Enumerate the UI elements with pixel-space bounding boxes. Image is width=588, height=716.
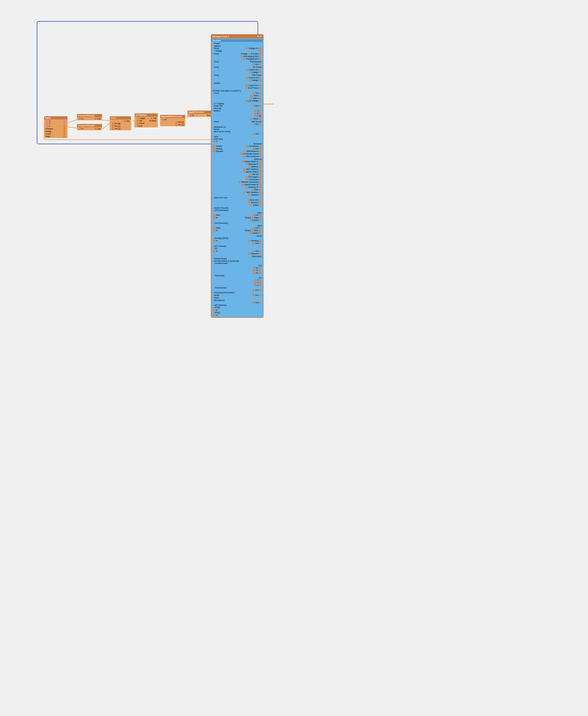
split1-row-y: Y [45,122,67,125]
framesync-reset-row: ♩ Reset Out [212,294,262,296]
rtc-lowvolt-row: Low Voltage [212,100,262,102]
voltage-row2: Voltage [212,49,262,52]
espnow-completed-port2 [259,145,261,147]
eth-subnet2-port2 [259,184,261,186]
cr2-out-port [94,128,97,130]
yg-row: YG [212,269,262,272]
spi1-in-row: In [212,314,262,316]
and1-pin2: Pin [2] [110,127,130,130]
m5stack-core2-node: M5 Stack Core 2 ✎ ✕ Modules ● Power ● Ba… [211,34,264,318]
power-label: Power [214,42,220,44]
i2c-out-port [252,250,255,252]
completed-label: Completed [249,145,258,147]
port-empty-out [63,130,65,132]
hall-out-port [252,123,255,125]
modules-section: Modules [212,39,262,42]
comparerange2-body: InOut [77,127,102,130]
i2s1-data-row: Data Out [212,227,262,229]
i2s0-data-row: Data Out [212,214,262,216]
port-y [46,123,48,125]
remote-connected-label: Remote Connected [241,181,258,183]
audio-section: ● Audio Channels ▶ I2SChannels[0] Input … [212,207,262,222]
usb-voltage-port [249,79,251,82]
ff-set-port [136,120,139,122]
i2c-req-port [248,252,250,255]
ble-out-port [252,133,255,135]
z-row: Z [212,284,262,286]
battery-section: ● Battery ♩ Clock Voltage (V) Voltage [212,45,262,52]
battery-row: ● Battery [212,45,262,47]
i2s0-data2-port2 [259,217,261,219]
shortpress-port [245,87,247,89]
serial0-header-row: ▶ Serial[0] [9600] [212,237,262,240]
cr1-out-port [94,118,97,120]
voltage-port2 [259,47,261,49]
ff-out-port [150,117,153,119]
acpower-section: ♩ Clock AC Power Current (A) Voltage [212,66,262,74]
i2s1-section: ▶ I2SChannels[1] Input Data Out [212,222,262,234]
eth-mac2-port [243,191,246,193]
btn-b-row: B [212,112,262,115]
serial-sending-port [248,240,250,242]
eth-remote-port [238,181,241,183]
eth-mac2-port2 [259,191,261,193]
spi-in-port [213,309,215,311]
eth-subnet2-port [241,184,244,186]
rtc-timer-port [250,95,253,97]
display-section: ● F.T Display ♩ Draw Text Out Fill Color… [212,102,262,117]
digitaltocolor1-node: DigitalToColor1 InOut_ [187,110,212,117]
ac-voltage-row: Voltage [212,71,262,74]
audio-header-row: ● Audio Channels [212,207,262,209]
comparerange1-body: InOut [77,117,102,120]
eth-subnet-port [241,161,244,163]
thermo-out-port2 [259,63,261,65]
i2s1-data-port [213,227,215,229]
rtc-timer-row: Timer [212,94,262,97]
thermo2-header-row: Thermometer [212,286,262,289]
ble-out-row: Out [212,132,262,135]
thermo-out-row: Out [212,63,262,65]
eth-addr-port2 [259,166,261,168]
digitalmultisources1-node: DigitalMultiSources1 In Pin [0] Pin [1] [160,115,185,126]
rtc-alarm-port [250,97,253,100]
eth-ssid-row: SSID [212,188,262,191]
y-port2 [259,282,261,284]
ethernet-section: Ethernet Subnet Mask IP Gateway IP [212,158,262,196]
dms1-header: DigitalMultiSources1 [160,115,185,118]
eth-remote-row: Remote Connected [212,181,262,183]
rtc-header-row: OT Real Time Alarm Clock(RTC) [212,89,262,92]
framesync-clock-row: ♩ Clock [212,296,262,299]
i2s1-out-port2 [259,227,261,229]
microsd-failed-row: Failed [212,204,262,206]
and1-out-port [124,120,126,122]
eth-linkup-row: Link Up [212,173,262,176]
discharging-port2 [259,55,261,58]
charging-port [243,58,245,60]
clock-icon-2: ♩ [212,53,213,55]
dms1-in-port [162,119,164,121]
flipflop1-node: LF-flipflop1 ToggleOut SetInv(Not) Reset… [134,114,158,127]
i2s0-data2-port [251,217,254,219]
i2s0-in-port [213,217,215,219]
btn-c-port [254,115,256,117]
serial-in-port [213,240,215,242]
cr2-in: InOut [78,127,101,130]
thermo2-out-port [252,289,255,291]
longpress-port [246,84,248,87]
eth-mac-port2 [259,168,261,170]
espnow-completed-port [246,145,248,147]
dtc1-header: DigitalToColor1 [187,110,212,114]
svg-line-6 [67,127,78,128]
dt-out-port [252,105,255,107]
longpress-row: Long Press [212,84,262,87]
port-index-out [63,136,65,138]
microsd-err-port [247,199,250,201]
rtc-lv-port [245,100,247,102]
eth-fullduplex-row: Full Duplex [212,176,262,178]
microsd-err-port2 [259,199,261,201]
usb-voltage-row: Voltage [212,79,262,82]
i2s1-input-row: Input [212,224,262,227]
microsd-errinfo-row: Error Info [212,199,262,201]
usbpower-section: ♩ Clock USB Power Current (A) Voltage [212,74,262,82]
i2s1-in-port [213,229,215,232]
